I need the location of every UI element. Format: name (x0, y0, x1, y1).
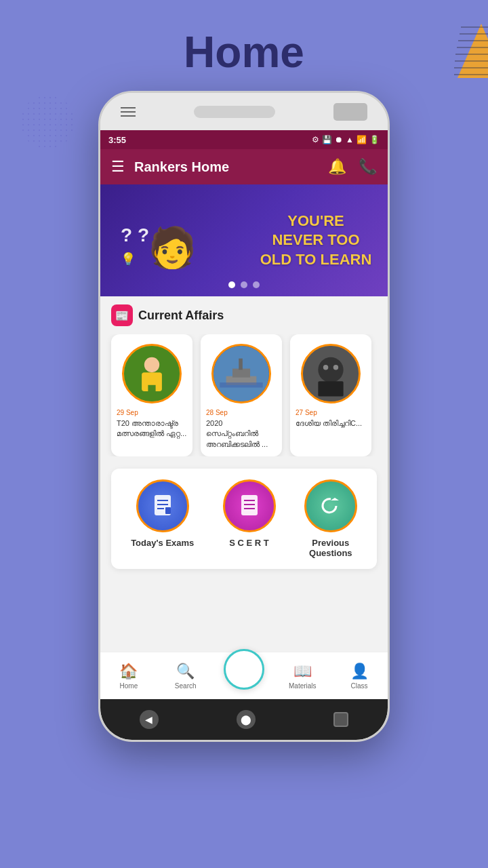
phone-top-left (121, 107, 136, 117)
app-bar-right: 🔔 📞 (328, 158, 377, 176)
news-card-1-image (122, 344, 182, 403)
settings-status-icon: ⚙ (312, 135, 319, 144)
svg-point-22 (333, 365, 338, 370)
status-icons: ⚙ 💾 ⏺ ▲ 📶 🔋 (312, 135, 380, 144)
storage-status-icon: 💾 (322, 135, 332, 144)
section-header: 📰 Current Affairs (100, 304, 388, 326)
nav-item-search[interactable]: 🔍 Search (167, 663, 204, 690)
phone-top-bar (100, 93, 388, 130)
home-nav-label: Home (120, 682, 138, 690)
nav-item-class[interactable]: 👤 Class (341, 663, 378, 690)
phone-bottom-bar: ◀ ⬤ (100, 699, 388, 740)
recents-button[interactable] (333, 712, 348, 727)
search-nav-icon: 🔍 (176, 663, 195, 680)
bg-decoration-dots (20, 95, 75, 149)
news-card-3-text: ദേശിയ തിരിച്ചറിC... (290, 418, 371, 429)
svg-marker-0 (458, 24, 488, 78)
news-card-2-text: 2020 സെപ്റ്റംബറിൽ അറബിക്കടലിൽ ... (201, 418, 282, 450)
app-title: Rankers Home (134, 159, 229, 175)
materials-nav-label: Materials (289, 682, 317, 690)
news-card-1-date: 29 Sep (111, 409, 192, 416)
app-bar: ☰ Rankers Home 🔔 📞 (100, 149, 388, 184)
svg-rect-27 (165, 507, 171, 514)
svg-rect-16 (239, 359, 243, 370)
menu-icon[interactable]: ☰ (111, 158, 125, 176)
quick-item-scert[interactable]: S C E R T (223, 479, 276, 558)
phone-mockup: 3:55 ⚙ 💾 ⏺ ▲ 📶 🔋 ☰ Rankers Home 🔔 📞 (98, 91, 390, 742)
status-time: 3:55 (108, 135, 126, 145)
svg-point-19 (318, 357, 343, 382)
app-bar-left: ☰ Rankers Home (111, 158, 229, 176)
current-affairs-section: 📰 Current Affairs 29 Sep T20 അന (100, 296, 388, 462)
promo-banner: ? ?💡 🧑 YOU'RE NEVER TOO OLD TO LEARN (100, 184, 388, 296)
phone-camera-btn (333, 103, 367, 121)
battery-status-icon: 🔋 (369, 135, 380, 144)
svg-rect-17 (220, 382, 262, 387)
notification-icon[interactable]: 🔔 (328, 158, 346, 176)
banner-character: 🧑 (148, 224, 197, 271)
news-card-3-date: 27 Sep (290, 409, 371, 416)
page-title: Home (184, 27, 304, 77)
banner-dot-3[interactable] (253, 281, 260, 288)
quick-access-row: Today's Exams S C E R T (117, 479, 371, 558)
banner-left: ? ?💡 🧑 (100, 204, 244, 277)
current-affairs-icon: 📰 (111, 304, 133, 326)
news-card-3[interactable]: 27 Sep ദേശിയ തിരിച്ചറിC... (290, 334, 371, 456)
signal-status-icon: 📶 (357, 135, 367, 144)
news-card-2[interactable]: 28 Sep 2020 സെപ്റ്റംബറിൽ അറബിക്കടലിൽ ... (201, 334, 282, 456)
quick-circle-previous (304, 479, 357, 532)
news-card-2-date: 28 Sep (201, 409, 282, 416)
quick-label-previous: PreviousQuestions (309, 538, 352, 558)
phone-screen: 3:55 ⚙ 💾 ⏺ ▲ 📶 🔋 ☰ Rankers Home 🔔 📞 (100, 130, 388, 699)
quick-circle-scert (223, 479, 276, 532)
banner-question-marks: ? ?💡 (121, 224, 149, 268)
bottom-navigation: 🏠 Home 🔍 Search 📖 Materials 👤 Class (100, 652, 388, 699)
svg-rect-15 (232, 369, 250, 378)
svg-rect-12 (148, 385, 155, 395)
svg-rect-20 (318, 381, 343, 396)
search-nav-label: Search (175, 682, 197, 690)
class-nav-label: Class (351, 682, 368, 690)
banner-dot-2[interactable] (241, 281, 247, 288)
home-nav-icon: 🏠 (119, 663, 138, 680)
news-card-1[interactable]: 29 Sep T20 അന്താരാഷ്ട്ര മത്സരങ്ങളിൽ ഏറ്റ… (111, 334, 192, 456)
banner-text: YOU'RE NEVER TOO OLD TO LEARN (251, 212, 381, 270)
back-button[interactable]: ◀ (140, 710, 159, 729)
section-title: Current Affairs (138, 309, 224, 323)
news-card-1-text: T20 അന്താരാഷ്ട്ര മത്സരങ്ങളിൽ ഏറ്റ... (111, 418, 192, 439)
banner-dots (228, 281, 260, 288)
quick-item-previous[interactable]: PreviousQuestions (304, 479, 357, 558)
status-bar: 3:55 ⚙ 💾 ⏺ ▲ 📶 🔋 (100, 130, 388, 149)
call-icon[interactable]: 📞 (359, 158, 377, 176)
materials-nav-icon: 📖 (293, 663, 312, 680)
svg-marker-32 (331, 498, 339, 500)
news-card-2-image (211, 344, 271, 403)
quick-circle-exams (136, 479, 189, 532)
nav-item-home[interactable]: 🏠 Home (110, 663, 147, 690)
quick-item-exams[interactable]: Today's Exams (131, 479, 194, 558)
quick-label-scert: S C E R T (229, 538, 269, 548)
nav-item-materials[interactable]: 📖 Materials (284, 663, 321, 690)
wifi-status-icon: ▲ (346, 135, 354, 144)
news-card-3-image (301, 344, 361, 403)
phone-notch (194, 106, 275, 118)
record-status-icon: ⏺ (335, 135, 343, 144)
svg-point-10 (144, 357, 159, 372)
quick-label-exams: Today's Exams (131, 538, 194, 548)
banner-dot-1[interactable] (228, 281, 235, 288)
svg-point-21 (323, 365, 328, 370)
quick-access-section: Today's Exams S C E R T (111, 469, 377, 569)
home-button[interactable]: ⬤ (237, 710, 256, 729)
class-nav-icon: 👤 (350, 663, 369, 680)
news-cards-list: 29 Sep T20 അന്താരാഷ്ട്ര മത്സരങ്ങളിൽ ഏറ്റ… (100, 334, 388, 456)
banner-right: YOU'RE NEVER TOO OLD TO LEARN (244, 205, 388, 277)
nav-item-center[interactable] (224, 649, 264, 690)
